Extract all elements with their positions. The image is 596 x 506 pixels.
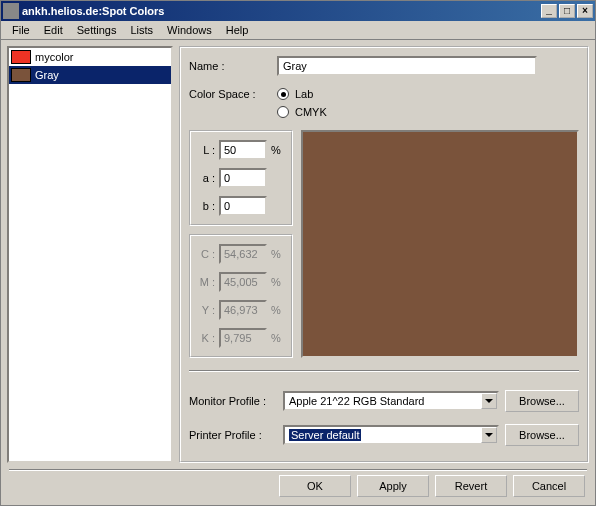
- m-label: M :: [197, 276, 215, 288]
- colorspace-cmyk-radio[interactable]: CMYK: [277, 106, 327, 118]
- content-area: mycolor Gray Name : Color Space : Lab: [1, 40, 595, 469]
- menu-help[interactable]: Help: [219, 22, 256, 38]
- printer-profile-label: Printer Profile :: [189, 429, 277, 441]
- colorspace-lab-radio[interactable]: Lab: [277, 88, 313, 100]
- y-label: Y :: [197, 304, 215, 316]
- list-item-label: mycolor: [35, 51, 74, 63]
- b-label: b :: [197, 200, 215, 212]
- menu-settings[interactable]: Settings: [70, 22, 124, 38]
- chevron-down-icon[interactable]: [481, 427, 497, 443]
- cancel-button[interactable]: Cancel: [513, 475, 585, 497]
- color-swatch: [11, 68, 31, 82]
- l-input[interactable]: [219, 140, 267, 160]
- radio-label: Lab: [295, 88, 313, 100]
- menubar: File Edit Settings Lists Windows Help: [1, 21, 595, 40]
- color-preview: [301, 130, 579, 358]
- app-icon: [3, 3, 19, 19]
- ok-button[interactable]: OK: [279, 475, 351, 497]
- apply-button[interactable]: Apply: [357, 475, 429, 497]
- revert-button[interactable]: Revert: [435, 475, 507, 497]
- m-input: [219, 272, 267, 292]
- list-item[interactable]: Gray: [9, 66, 171, 84]
- name-label: Name :: [189, 60, 277, 72]
- close-button[interactable]: ×: [577, 4, 593, 18]
- c-label: C :: [197, 248, 215, 260]
- k-label: K :: [197, 332, 215, 344]
- divider: [189, 370, 579, 372]
- color-swatch: [11, 50, 31, 64]
- l-label: L :: [197, 144, 215, 156]
- window-title: ankh.helios.de:Spot Colors: [22, 5, 539, 17]
- monitor-profile-select[interactable]: Apple 21^22 RGB Standard: [283, 391, 499, 411]
- k-input: [219, 328, 267, 348]
- percent-label: %: [271, 304, 285, 316]
- select-value: Server default: [289, 429, 361, 441]
- select-value: Apple 21^22 RGB Standard: [289, 395, 424, 407]
- list-item-label: Gray: [35, 69, 59, 81]
- browse-printer-button[interactable]: Browse...: [505, 424, 579, 446]
- radio-label: CMYK: [295, 106, 327, 118]
- percent-label: %: [271, 332, 285, 344]
- color-list[interactable]: mycolor Gray: [7, 46, 173, 463]
- maximize-button[interactable]: □: [559, 4, 575, 18]
- menu-edit[interactable]: Edit: [37, 22, 70, 38]
- titlebar[interactable]: ankh.helios.de:Spot Colors _ □ ×: [1, 1, 595, 21]
- list-item[interactable]: mycolor: [9, 48, 171, 66]
- dialog-buttons: OK Apply Revert Cancel: [1, 471, 595, 505]
- a-label: a :: [197, 172, 215, 184]
- menu-windows[interactable]: Windows: [160, 22, 219, 38]
- percent-label: %: [271, 248, 285, 260]
- menu-file[interactable]: File: [5, 22, 37, 38]
- radio-icon: [277, 106, 289, 118]
- cmyk-group: C : % M : % Y : %: [189, 234, 293, 358]
- percent-label: %: [271, 144, 285, 156]
- y-input: [219, 300, 267, 320]
- printer-profile-select[interactable]: Server default: [283, 425, 499, 445]
- monitor-profile-label: Monitor Profile :: [189, 395, 277, 407]
- colorspace-label: Color Space :: [189, 88, 277, 100]
- menu-lists[interactable]: Lists: [123, 22, 160, 38]
- percent-label: %: [271, 276, 285, 288]
- name-input[interactable]: [277, 56, 537, 76]
- main-panel: Name : Color Space : Lab CMYK: [179, 46, 589, 463]
- c-input: [219, 244, 267, 264]
- radio-icon: [277, 88, 289, 100]
- lab-group: L : % a : b :: [189, 130, 293, 226]
- app-window: ankh.helios.de:Spot Colors _ □ × File Ed…: [0, 0, 596, 506]
- chevron-down-icon[interactable]: [481, 393, 497, 409]
- a-input[interactable]: [219, 168, 267, 188]
- minimize-button[interactable]: _: [541, 4, 557, 18]
- b-input[interactable]: [219, 196, 267, 216]
- browse-monitor-button[interactable]: Browse...: [505, 390, 579, 412]
